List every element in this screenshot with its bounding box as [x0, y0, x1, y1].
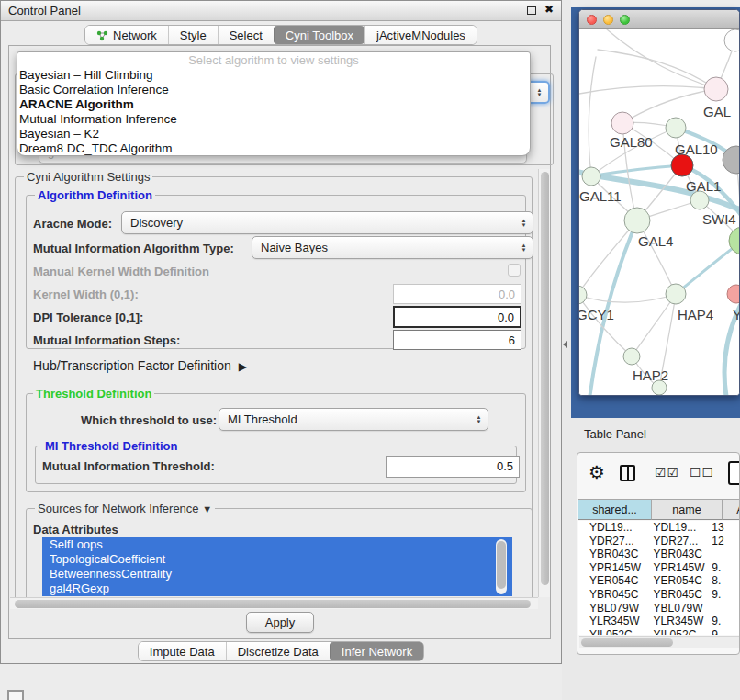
bottom-tab-discretize-data[interactable]: Discretize Data — [226, 642, 330, 660]
tab-select[interactable]: Select — [218, 26, 274, 44]
algorithm-option-aracne-algorithm[interactable]: ARACNE Algorithm — [17, 97, 530, 112]
table-cell: 8. — [707, 574, 740, 588]
tab-network[interactable]: Network — [85, 26, 168, 44]
which-threshold-combo[interactable]: MI Threshold ▲▼ — [219, 408, 488, 431]
network-view-window: GALGAL80GAL10GAL1GAL11SWI4GAL4GCY1HAP4YH… — [578, 9, 740, 396]
network-node-hap2[interactable] — [623, 348, 640, 365]
network-edge — [579, 295, 632, 356]
settings-horizontal-scrollbar[interactable] — [10, 597, 538, 609]
export-table-icon[interactable] — [728, 461, 740, 485]
table-row[interactable]: YDR27...YDR27...12 — [578, 535, 740, 548]
table-cell: YDR27... — [645, 535, 708, 548]
dpi-tolerance-label: DPI Tolerance [0,1]: — [33, 310, 143, 324]
divider-collapse-icon[interactable] — [563, 341, 567, 348]
network-edge — [607, 29, 716, 89]
table-horizontal-scrollbar[interactable] — [579, 636, 739, 648]
dpi-tolerance-field[interactable]: 0.0 — [393, 306, 521, 328]
network-node-swi4[interactable] — [690, 191, 709, 209]
aracne-mode-label: Aracne Mode: — [33, 217, 112, 231]
deselect-all-checkboxes-icon[interactable]: ☐☐ — [690, 465, 714, 480]
close-icon[interactable]: ✖ — [544, 3, 554, 16]
network-node-gal11[interactable] — [582, 167, 600, 186]
attribute-item-gal4rgexp[interactable]: gal4RGexp — [42, 581, 512, 596]
network-edge — [591, 165, 682, 176]
zoom-traffic-light-icon[interactable] — [620, 15, 630, 25]
table-row[interactable]: YBR045CYBR045C9. — [578, 588, 740, 602]
column-header-name[interactable]: name — [652, 499, 723, 520]
column-header-a[interactable]: A — [723, 499, 740, 520]
table-row[interactable]: YBR043CYBR043C — [578, 548, 740, 561]
network-edge — [676, 241, 740, 294]
table-cell: YBR045C — [645, 588, 708, 602]
algorithm-option-mutual-information-inference[interactable]: Mutual Information Inference — [17, 112, 530, 127]
network-node-gal10[interactable] — [666, 118, 686, 138]
node-label-gal80: GAL80 — [610, 134, 653, 150]
algorithm-option-bayesian-k2[interactable]: Bayesian – K2 — [17, 127, 530, 141]
tab-style-label: Style — [180, 28, 207, 42]
gear-icon[interactable]: ⚙ — [589, 461, 605, 483]
network-node-gal4[interactable] — [624, 208, 650, 233]
table-cell: YPR145W — [645, 561, 708, 575]
table-row[interactable]: YER054CYER054C8. — [578, 574, 740, 588]
table-row[interactable]: YLR345WYLR345W9. — [578, 615, 740, 628]
node-label-gcy1: GCY1 — [579, 307, 614, 322]
control-panel-title: Control Panel — [8, 4, 81, 17]
sources-title-row[interactable]: Sources for Network Inference ▼ — [35, 502, 215, 516]
apply-button[interactable]: Apply — [246, 612, 314, 633]
hub-definition-expander[interactable]: Hub/Transcription Factor Definition▶ — [33, 358, 247, 373]
table-cell: YDL19... — [578, 521, 645, 535]
aracne-mode-combo[interactable]: Discovery ▲▼ — [121, 211, 533, 234]
close-traffic-light-icon[interactable] — [587, 15, 597, 25]
bottom-tab-infer-network[interactable]: Infer Network — [330, 642, 423, 660]
bottom-tabbar: Impute DataDiscretize DataInfer Network — [1, 641, 561, 661]
bottom-tab-impute-data[interactable]: Impute Data — [139, 642, 226, 660]
table-row[interactable]: YIL052CYIL052C9 — [578, 628, 740, 635]
settings-vertical-scrollbar[interactable] — [538, 169, 550, 597]
expander-arrow-icon: ▶ — [239, 360, 247, 373]
attributes-list-scrollbar[interactable] — [496, 539, 507, 594]
table-row[interactable]: YDL19...YDL19...13 — [578, 521, 740, 535]
network-node-gal80[interactable] — [611, 112, 633, 134]
float-window-icon[interactable] — [527, 6, 536, 15]
column-header-shared-[interactable]: shared... — [578, 499, 652, 520]
table-row[interactable]: YBL079WYBL079W — [578, 602, 740, 615]
mi-algorithm-type-combo[interactable]: Naive Bayes ▲▼ — [252, 236, 533, 259]
columns-icon[interactable] — [620, 465, 635, 481]
network-node-gcy1[interactable] — [579, 286, 587, 304]
tab-jactivemnodules[interactable]: jActiveMNodules — [364, 26, 477, 44]
select-all-checkboxes-icon[interactable]: ☑☑ — [655, 465, 679, 480]
network-node-gal[interactable] — [704, 77, 728, 101]
network-node-gal1[interactable] — [671, 154, 693, 176]
network-edge — [632, 294, 676, 356]
algorithm-option-dream8-dc-tdc-algorithm[interactable]: Dream8 DC_TDC Algorithm — [17, 141, 530, 156]
attribute-item-betweennesscentrality[interactable]: BetweennessCentrality — [42, 567, 512, 581]
control-panel-tabbar: NetworkStyleSelectCyni ToolboxjActiveMNo… — [1, 25, 561, 45]
tab-network-label: Network — [113, 28, 157, 42]
network-node[interactable] — [724, 29, 740, 51]
mi-threshold-field[interactable]: 0.5 — [386, 456, 520, 478]
table-row[interactable]: YPR145WYPR145W9. — [578, 561, 740, 575]
tab-cyni-toolbox[interactable]: Cyni Toolbox — [274, 26, 364, 44]
network-icon — [96, 29, 108, 41]
algorithm-option-bayesian-hill-climbing[interactable]: Bayesian – Hill Climbing — [17, 68, 530, 83]
table-cell — [707, 602, 740, 615]
network-edge — [579, 86, 716, 94]
bottom-tab-impute-data-label: Impute Data — [150, 645, 215, 659]
algorithm-option-basic-correlation-inference[interactable]: Basic Correlation Inference — [17, 83, 530, 97]
table-cell: YLR345W — [645, 615, 708, 628]
tab-style[interactable]: Style — [168, 26, 218, 44]
algorithm-definition-title: Algorithm Definition — [35, 188, 155, 202]
network-node-hap4[interactable] — [666, 284, 686, 304]
data-attributes-list[interactable]: SelfLoopsTopologicalCoefficientBetweenne… — [42, 537, 512, 596]
table-header-row: shared...nameA — [578, 499, 740, 520]
cyni-algorithm-settings-title: Cyni Algorithm Settings — [24, 170, 152, 184]
minimize-traffic-light-icon[interactable] — [603, 15, 613, 25]
table-body: YDL19...YDL19...13YDR27...YDR27...12YBR0… — [578, 521, 740, 635]
attribute-item-selfloops[interactable]: SelfLoops — [42, 537, 512, 552]
attribute-item-topologicalcoefficient[interactable]: TopologicalCoefficient — [42, 552, 512, 567]
panel-divider[interactable] — [562, 0, 571, 700]
network-node-y[interactable] — [727, 285, 740, 303]
mi-steps-field[interactable]: 6 — [393, 330, 521, 350]
floating-panel-icon[interactable] — [7, 690, 24, 700]
network-canvas[interactable]: GALGAL80GAL10GAL1GAL11SWI4GAL4GCY1HAP4YH… — [579, 29, 740, 396]
